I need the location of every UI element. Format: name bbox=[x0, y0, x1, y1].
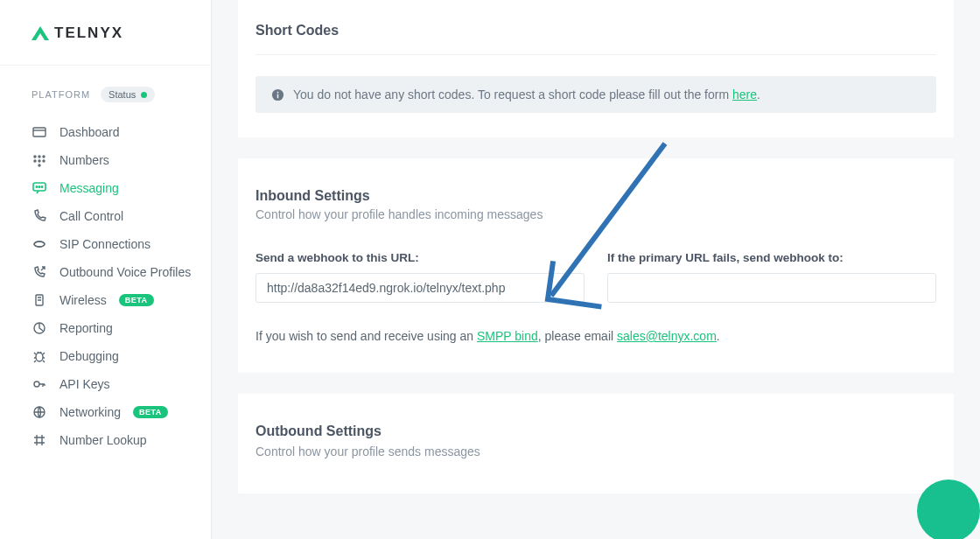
sidebar: TELNYX PLATFORM Status Dashboard Numbers… bbox=[0, 0, 212, 539]
dashboard-icon bbox=[32, 125, 47, 139]
sidebar-item-debugging[interactable]: Debugging bbox=[0, 342, 211, 370]
svg-point-8 bbox=[38, 164, 40, 166]
sip-icon bbox=[32, 237, 47, 251]
sidebar-nav: Dashboard Numbers Messaging Call Control… bbox=[0, 115, 211, 454]
number-lookup-icon bbox=[32, 433, 47, 447]
notice-link[interactable]: here bbox=[732, 88, 757, 102]
failover-url-input[interactable] bbox=[607, 273, 936, 303]
numbers-icon bbox=[32, 153, 47, 167]
svg-point-13 bbox=[34, 242, 45, 247]
smpp-email-link[interactable]: sales@telnyx.com bbox=[617, 329, 717, 343]
short-codes-card: Short Codes You do not have any short co… bbox=[238, 0, 954, 137]
webhook-form-row: Send a webhook to this URL: If the prima… bbox=[256, 251, 936, 303]
outbound-voice-icon bbox=[32, 265, 47, 279]
sidebar-item-label: Dashboard bbox=[60, 125, 120, 139]
short-codes-title: Short Codes bbox=[238, 23, 954, 38]
sidebar-item-label: Call Control bbox=[60, 209, 123, 223]
smpp-prefix: If you wish to send and receive using an bbox=[256, 329, 477, 343]
sidebar-item-messaging[interactable]: Messaging bbox=[0, 174, 211, 202]
brand-name: TELNYX bbox=[54, 24, 123, 42]
networking-icon bbox=[32, 405, 47, 419]
info-icon bbox=[271, 88, 284, 102]
logo-icon bbox=[32, 26, 49, 40]
svg-marker-0 bbox=[32, 26, 49, 40]
notice-suffix: . bbox=[757, 88, 760, 102]
sidebar-item-label: Debugging bbox=[60, 349, 119, 363]
svg-rect-21 bbox=[277, 91, 279, 93]
sidebar-item-call-control[interactable]: Call Control bbox=[0, 202, 211, 230]
sidebar-item-label: Messaging bbox=[60, 181, 119, 195]
sidebar-item-dashboard[interactable]: Dashboard bbox=[0, 118, 211, 146]
sidebar-item-label: Outbound Voice Profiles bbox=[60, 265, 191, 279]
sidebar-item-wireless[interactable]: Wireless BETA bbox=[0, 286, 211, 314]
sidebar-item-label: Numbers bbox=[60, 153, 109, 167]
brand-logo[interactable]: TELNYX bbox=[32, 24, 211, 42]
webhook-url-input[interactable] bbox=[256, 273, 584, 303]
notice-prefix: You do not have any short codes. To requ… bbox=[293, 88, 732, 102]
sidebar-item-label: Reporting bbox=[60, 321, 113, 335]
status-dot-icon bbox=[141, 92, 147, 98]
sidebar-item-numbers[interactable]: Numbers bbox=[0, 146, 211, 174]
api-keys-icon bbox=[32, 377, 47, 391]
failover-label: If the primary URL fails, send webhook t… bbox=[607, 251, 936, 264]
svg-point-4 bbox=[43, 156, 45, 158]
webhook-label: Send a webhook to this URL: bbox=[256, 251, 584, 264]
svg-point-2 bbox=[34, 156, 36, 158]
inbound-settings-card: Inbound Settings Control how your profil… bbox=[238, 158, 954, 373]
sidebar-item-number-lookup[interactable]: Number Lookup bbox=[0, 426, 211, 454]
svg-point-6 bbox=[38, 160, 40, 162]
outbound-subhead: Control how your profile sends messages bbox=[256, 444, 936, 458]
inbound-subhead: Control how your profile handles incomin… bbox=[256, 207, 936, 221]
svg-point-5 bbox=[34, 160, 36, 162]
sidebar-item-label: Networking bbox=[60, 405, 121, 419]
platform-section-header: PLATFORM Status bbox=[0, 66, 211, 115]
messaging-icon bbox=[32, 181, 47, 195]
svg-point-17 bbox=[34, 382, 39, 387]
beta-badge: BETA bbox=[133, 406, 168, 418]
sidebar-item-reporting[interactable]: Reporting bbox=[0, 314, 211, 342]
beta-badge: BETA bbox=[119, 294, 154, 306]
smpp-mid: , please email bbox=[538, 329, 617, 343]
smpp-bind-link[interactable]: SMPP bind bbox=[477, 329, 538, 343]
smpp-note: If you wish to send and receive using an… bbox=[256, 329, 936, 343]
logo-area: TELNYX bbox=[0, 0, 211, 66]
platform-label: PLATFORM bbox=[32, 89, 90, 100]
main-content: Short Codes You do not have any short co… bbox=[212, 0, 980, 539]
svg-rect-1 bbox=[33, 128, 46, 136]
inbound-title: Inbound Settings bbox=[256, 188, 936, 204]
support-fab[interactable] bbox=[917, 480, 980, 539]
outbound-title: Outbound Settings bbox=[256, 424, 936, 439]
webhook-primary-col: Send a webhook to this URL: bbox=[256, 251, 584, 303]
svg-point-7 bbox=[43, 160, 45, 162]
sidebar-item-label: Number Lookup bbox=[60, 433, 147, 447]
sidebar-item-label: Wireless bbox=[60, 293, 107, 307]
sidebar-item-api-keys[interactable]: API Keys bbox=[0, 370, 211, 398]
sidebar-item-label: API Keys bbox=[60, 377, 110, 391]
short-codes-notice: You do not have any short codes. To requ… bbox=[256, 76, 936, 113]
status-pill[interactable]: Status bbox=[101, 87, 155, 102]
svg-rect-20 bbox=[277, 94, 279, 98]
wireless-icon bbox=[32, 293, 47, 307]
debugging-icon bbox=[32, 349, 47, 363]
webhook-failover-col: If the primary URL fails, send webhook t… bbox=[607, 251, 936, 303]
svg-point-11 bbox=[38, 186, 39, 187]
svg-point-16 bbox=[36, 353, 43, 361]
notice-text: You do not have any short codes. To requ… bbox=[293, 88, 760, 102]
outbound-settings-card: Outbound Settings Control how your profi… bbox=[238, 394, 954, 494]
svg-point-3 bbox=[38, 156, 40, 158]
sidebar-item-label: SIP Connections bbox=[60, 237, 150, 251]
svg-point-10 bbox=[36, 186, 37, 187]
reporting-icon bbox=[32, 321, 47, 335]
svg-point-12 bbox=[41, 186, 42, 187]
status-label: Status bbox=[108, 89, 136, 100]
call-control-icon bbox=[32, 209, 47, 223]
smpp-suffix: . bbox=[717, 329, 720, 343]
sidebar-item-outbound-voice[interactable]: Outbound Voice Profiles bbox=[0, 258, 211, 286]
sidebar-item-networking[interactable]: Networking BETA bbox=[0, 398, 211, 426]
sidebar-item-sip-connections[interactable]: SIP Connections bbox=[0, 230, 211, 258]
